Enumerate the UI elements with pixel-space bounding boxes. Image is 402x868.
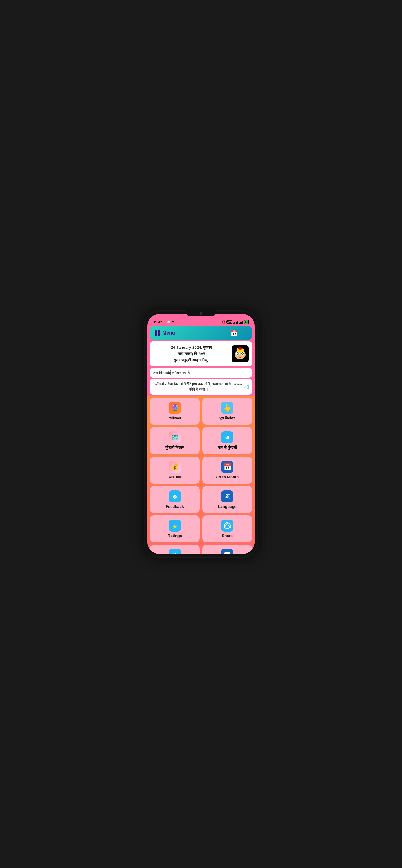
feedback-icon: ? bbox=[169, 490, 181, 502]
feedback-svg: ? bbox=[169, 491, 180, 502]
kundali-icon: 🗺️ bbox=[169, 431, 181, 443]
svg-rect-34 bbox=[224, 553, 230, 554]
yogini-box: योगिनी पश्चिम दिशा में 9:52 pm तक रहेगी,… bbox=[150, 379, 252, 395]
feedback-button[interactable]: ? Feedback bbox=[150, 486, 200, 513]
svg-text:A: A bbox=[227, 496, 229, 499]
calendar-btn-icon: 👆 bbox=[221, 402, 233, 414]
kundali-milan-button[interactable]: 🗺️ कुंडली मिलान bbox=[150, 427, 200, 454]
language-label: Language bbox=[218, 504, 236, 509]
mute-icon: 🔇 bbox=[222, 320, 225, 324]
camera bbox=[200, 312, 202, 315]
deity-icon bbox=[232, 345, 249, 362]
privacy-svg: ✓ bbox=[222, 550, 233, 554]
aay-icon: 💰 bbox=[169, 461, 181, 473]
rashifal-button[interactable]: 🔮 राशिफल bbox=[150, 398, 200, 425]
full-calendar-label: पूरा कैलेंडर bbox=[219, 415, 235, 421]
date-info-box: 24 January 2024, बुधवार माघ(मकर) दि॰१०न … bbox=[150, 341, 252, 366]
nav-icons: 📅 ⬡ bbox=[230, 330, 247, 337]
month-icon: 📅 bbox=[221, 461, 233, 473]
signal-bars bbox=[233, 320, 238, 324]
battery-indicator: 10 bbox=[244, 320, 249, 324]
svg-point-10 bbox=[238, 347, 243, 350]
you-icon: You bbox=[226, 320, 233, 324]
naam-kundali-label: नाम से कुंडली bbox=[218, 445, 237, 450]
yogini-text: योगिनी पश्चिम दिशा में 9:52 pm तक रहेगी,… bbox=[153, 381, 244, 392]
button-grid: 🔮 राशिफल 👆 पूरा कैलेंडर 🗺️ कुंडली मिलान … bbox=[150, 398, 252, 554]
privacy-icon: ✓ bbox=[221, 549, 233, 554]
menu-button[interactable]: Menu bbox=[155, 330, 175, 336]
date-line2: माघ(मकर) दि॰१०न bbox=[153, 351, 229, 357]
help-button[interactable]: ? bbox=[150, 545, 200, 554]
share-btn-icon bbox=[221, 520, 233, 532]
festival-box: इस दिन कोई त्योहार नहीं है। bbox=[150, 368, 252, 378]
battery-level: 10 bbox=[245, 321, 248, 323]
language-button[interactable]: 文 A Language bbox=[202, 486, 252, 513]
ratings-button[interactable]: Ratings bbox=[150, 516, 200, 542]
share-svg bbox=[222, 520, 233, 531]
calendar-icon[interactable]: 📅 bbox=[230, 330, 238, 337]
language-icon: 文 A bbox=[221, 490, 233, 502]
go-to-month-label: Go to Month bbox=[216, 475, 239, 479]
share-icon[interactable]: ⬡ bbox=[242, 330, 247, 337]
status-left: 11:47 S ☁️ M bbox=[153, 320, 175, 324]
rashifal-icon: 🔮 bbox=[169, 402, 181, 414]
date-text: 24 January 2024, बुधवार माघ(मकर) दि॰१०न … bbox=[153, 344, 229, 363]
naam-kundali-button[interactable]: अ नाम से कुंडली bbox=[202, 427, 252, 454]
share-button[interactable]: Share bbox=[202, 516, 252, 542]
svg-point-4 bbox=[237, 353, 239, 354]
ratings-label: Ratings bbox=[167, 533, 182, 538]
festival-text: इस दिन कोई त्योहार नहीं है। bbox=[153, 370, 192, 375]
date-line1: 24 January 2024, बुधवार bbox=[153, 344, 229, 351]
ratings-svg bbox=[169, 520, 180, 531]
svg-text:?: ? bbox=[173, 552, 177, 554]
phone-screen: 11:47 S ☁️ M 🔇 You bbox=[147, 314, 255, 554]
help-svg: ? bbox=[169, 550, 180, 554]
aay-vyay-label: आय व्यय bbox=[169, 475, 181, 479]
status-time: 11:47 bbox=[153, 320, 162, 324]
status-right: 🔇 You 10 bbox=[222, 320, 249, 324]
help-icon: ? bbox=[169, 549, 181, 554]
go-to-month-button[interactable]: 📅 Go to Month bbox=[202, 457, 252, 484]
content-area: 🔮 राशिफल 👆 पूरा कैलेंडर 🗺️ कुंडली मिलान … bbox=[147, 396, 255, 554]
menu-label: Menu bbox=[162, 330, 175, 336]
privacy-button[interactable]: ✓ bbox=[202, 545, 252, 554]
date-line3: शुक्ल चतुर्दशी,आद्रा मिथुन bbox=[153, 357, 229, 364]
naam-icon: अ bbox=[221, 431, 233, 443]
full-calendar-button[interactable]: 👆 पूरा कैलेंडर bbox=[202, 398, 252, 425]
nav-bar: Menu 📅 ⬡ bbox=[150, 327, 252, 340]
carrier-icons: ☁️ M bbox=[166, 320, 174, 324]
aay-vyay-button[interactable]: 💰 आय व्यय bbox=[150, 457, 200, 484]
feedback-label: Feedback bbox=[166, 504, 184, 509]
rashifal-label: राशिफल bbox=[169, 415, 181, 421]
menu-grid-icon bbox=[155, 330, 160, 336]
carrier-s: S bbox=[163, 320, 165, 324]
deity-svg bbox=[233, 346, 248, 361]
share-label: Share bbox=[222, 533, 233, 538]
yogini-share-icon[interactable]: ◁ bbox=[244, 382, 249, 391]
phone-notch bbox=[186, 310, 216, 316]
phone-frame: 11:47 S ☁️ M 🔇 You bbox=[144, 310, 258, 558]
signal-bars-2 bbox=[239, 320, 243, 324]
language-svg: 文 A bbox=[222, 491, 233, 502]
svg-point-7 bbox=[242, 353, 244, 354]
kundali-milan-label: कुंडली मिलान bbox=[165, 445, 184, 450]
ratings-icon bbox=[169, 520, 181, 532]
svg-text:?: ? bbox=[174, 495, 176, 499]
